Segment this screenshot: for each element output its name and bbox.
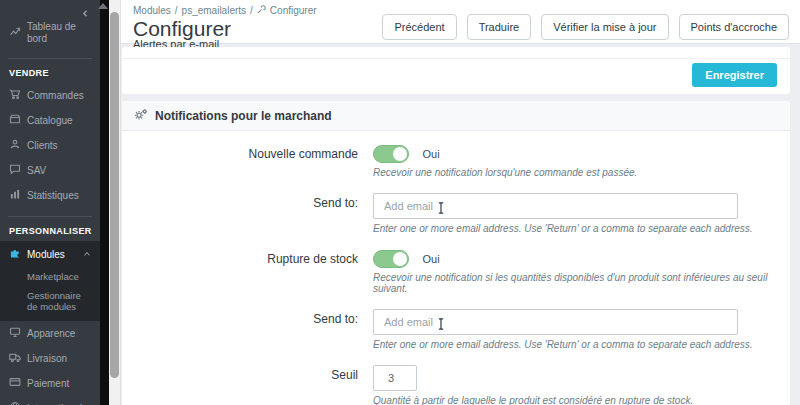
chat-icon xyxy=(9,163,21,178)
sidebar-item-stats[interactable]: Statistiques xyxy=(0,183,100,208)
save-card: Enregistrer xyxy=(122,47,790,94)
form-row-send-to-stock: Send to: Enter one or more email address… xyxy=(122,309,790,350)
divider xyxy=(8,216,92,217)
breadcrumb-configure[interactable]: Configurer xyxy=(270,5,317,16)
credit-card-icon xyxy=(9,376,21,391)
text-cursor-icon xyxy=(437,316,445,334)
gears-icon xyxy=(134,108,148,124)
sidebar-item-design[interactable]: Apparence xyxy=(0,321,100,346)
breadcrumb-ps-emailalerts[interactable]: ps_emailalerts xyxy=(182,5,246,16)
sidebar-item-sav[interactable]: SAV xyxy=(0,158,100,183)
divider xyxy=(122,47,790,59)
previous-button[interactable]: Précédent xyxy=(382,14,456,40)
sidebar-modules-group: Modules Marketplace Gestionnaire de modu… xyxy=(0,241,100,321)
monitor-icon xyxy=(9,326,21,341)
main-content: Modules / ps_emailalerts / Configurer Co… xyxy=(121,0,800,405)
hooks-button[interactable]: Points d'accroche xyxy=(679,14,789,40)
field-label: Nouvelle commande xyxy=(122,144,373,178)
scroll-up-arrow-icon[interactable] xyxy=(98,3,108,9)
field-help: Enter one or more email address. Use 'Re… xyxy=(373,339,790,350)
bar-chart-icon xyxy=(9,188,21,203)
translate-button[interactable]: Traduire xyxy=(467,14,532,40)
sidebar-section-sell: VENDRE xyxy=(0,66,100,83)
merchant-notifications-panel: Notifications pour le marchand Nouvelle … xyxy=(122,101,790,405)
sidebar-item-international[interactable]: International xyxy=(0,396,100,405)
order-email-input[interactable] xyxy=(373,193,738,219)
breadcrumb-modules[interactable]: Modules xyxy=(133,5,171,16)
field-help: Quantité à partir de laquelle le produit… xyxy=(373,395,790,405)
threshold-input[interactable] xyxy=(373,365,417,391)
toggle-state-label: Oui xyxy=(422,148,439,160)
sidebar-item-shipping[interactable]: Livraison xyxy=(0,346,100,371)
form-row-new-order: Nouvelle commande Oui Recevoir une notif… xyxy=(122,144,790,178)
page-scrollbar[interactable] xyxy=(109,0,121,405)
panel-header: Notifications pour le marchand xyxy=(122,101,790,131)
text-cursor-icon xyxy=(437,200,445,218)
puzzle-icon xyxy=(9,247,21,262)
sidebar-subitem-module-manager[interactable]: Gestionnaire de modules xyxy=(0,286,100,316)
check-update-button[interactable]: Vérifier la mise à jour xyxy=(541,14,668,40)
panel-title: Notifications pour le marchand xyxy=(155,109,332,123)
field-label: Seuil xyxy=(122,365,373,405)
chevron-up-icon xyxy=(83,249,91,261)
wrench-icon xyxy=(257,5,266,16)
page-header: Modules / ps_emailalerts / Configurer Co… xyxy=(121,0,800,44)
field-help: Recevoir une notification lorsqu'une com… xyxy=(373,167,790,178)
sidebar-subitem-marketplace[interactable]: Marketplace xyxy=(0,267,100,286)
sidebar-item-customers[interactable]: Clients xyxy=(0,133,100,158)
sidebar-item-orders[interactable]: Commandes xyxy=(0,83,100,108)
form-row-threshold: Seuil Quantité à partir de laquelle le p… xyxy=(122,365,790,405)
sidebar-collapse-button[interactable] xyxy=(0,0,100,16)
content-area: Enregistrer Notifications pour le marcha… xyxy=(121,44,800,405)
field-label: Send to: xyxy=(122,309,373,350)
cart-icon xyxy=(9,88,21,103)
field-help: Recevoir une notification si les quantit… xyxy=(373,272,790,294)
stock-email-input[interactable] xyxy=(373,309,738,335)
chevron-left-icon xyxy=(81,4,90,21)
field-help: Enter one or more email address. Use 'Re… xyxy=(373,223,790,234)
globe-icon xyxy=(9,401,21,405)
sidebar-section-customize: PERSONNALISER xyxy=(0,224,100,241)
person-icon xyxy=(9,138,21,153)
sidebar-item-payment[interactable]: Paiement xyxy=(0,371,100,396)
sidebar-item-catalog[interactable]: Catalogue xyxy=(0,108,100,133)
field-label: Rupture de stock xyxy=(122,249,373,294)
sidebar-item-dashboard[interactable]: Tableau de bord xyxy=(0,16,100,50)
header-toolbar: Précédent Traduire Vérifier la mise à jo… xyxy=(382,14,789,40)
sidebar-scrollbar-track[interactable] xyxy=(100,0,109,405)
form-row-out-of-stock: Rupture de stock Oui Recevoir une notifi… xyxy=(122,249,790,294)
sidebar-item-modules[interactable]: Modules xyxy=(0,241,100,267)
page-scrollbar-thumb[interactable] xyxy=(110,12,119,378)
toggle-state-label: Oui xyxy=(422,253,439,265)
merchant-notifications-form: Nouvelle commande Oui Recevoir une notif… xyxy=(122,131,790,405)
truck-icon xyxy=(9,351,21,366)
field-label: Send to: xyxy=(122,193,373,234)
form-row-send-to-order: Send to: Enter one or more email address… xyxy=(122,193,790,234)
save-button[interactable]: Enregistrer xyxy=(692,63,777,87)
out-of-stock-toggle[interactable] xyxy=(373,250,409,268)
divider xyxy=(8,58,92,59)
store-icon xyxy=(9,113,21,128)
new-order-toggle[interactable] xyxy=(373,145,409,163)
sidebar: Tableau de bord VENDRE Commandes Catalog… xyxy=(0,0,100,405)
chart-line-icon xyxy=(9,26,21,41)
